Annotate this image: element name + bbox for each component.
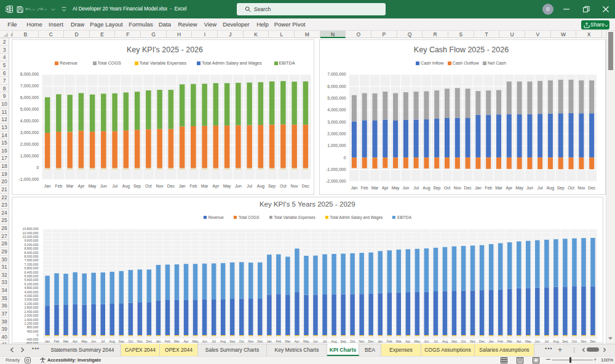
svg-text:10,400,000: 10,400,000 bbox=[23, 231, 39, 235]
svg-text:Jan: Jan bbox=[351, 186, 357, 190]
svg-text:Feb: Feb bbox=[55, 184, 63, 188]
svg-text:Jun: Jun bbox=[424, 339, 429, 343]
svg-text:Jun: Jun bbox=[402, 186, 409, 190]
svg-text:May: May bbox=[515, 186, 523, 191]
svg-text:Jan: Jan bbox=[488, 339, 493, 343]
svg-text:Jan: Jan bbox=[156, 339, 161, 343]
svg-text:Nov: Nov bbox=[454, 186, 462, 190]
svg-text:6,000,000: 6,000,000 bbox=[24, 274, 38, 278]
svg-text:8,000,000: 8,000,000 bbox=[24, 255, 38, 258]
svg-text:Apr: Apr bbox=[183, 339, 188, 343]
svg-text:Mar: Mar bbox=[495, 186, 502, 190]
svg-text:Sep: Sep bbox=[557, 186, 565, 191]
svg-text:Apr: Apr bbox=[213, 184, 220, 189]
svg-text:2,000,000: 2,000,000 bbox=[20, 142, 39, 146]
svg-text:8,000,000: 8,000,000 bbox=[20, 72, 39, 76]
svg-text:0: 0 bbox=[36, 165, 39, 170]
svg-text:Jun: Jun bbox=[235, 184, 242, 188]
svg-text:Nov: Nov bbox=[359, 339, 365, 343]
svg-text:Aug: Aug bbox=[331, 339, 336, 343]
svg-text:-2,000,000: -2,000,000 bbox=[326, 179, 346, 183]
svg-text:9,200,000: 9,200,000 bbox=[24, 243, 38, 247]
svg-text:Jul: Jul bbox=[112, 184, 117, 188]
svg-text:Jul: Jul bbox=[413, 186, 419, 190]
svg-text:May: May bbox=[525, 339, 531, 343]
svg-text:Oct: Oct bbox=[444, 186, 451, 190]
svg-text:5,000,000: 5,000,000 bbox=[20, 107, 39, 111]
svg-text:Dec: Dec bbox=[368, 339, 375, 343]
svg-text:4,400,000: 4,400,000 bbox=[24, 290, 38, 294]
svg-text:Sep: Sep bbox=[229, 339, 235, 343]
svg-text:8,400,000: 8,400,000 bbox=[24, 251, 38, 255]
svg-text:Jul: Jul bbox=[434, 339, 438, 343]
svg-text:Apr: Apr bbox=[295, 339, 300, 343]
svg-text:Jun: Jun bbox=[91, 339, 96, 343]
svg-text:Mar: Mar bbox=[285, 339, 290, 343]
svg-text:Apr: Apr bbox=[78, 184, 85, 189]
svg-text:Feb: Feb bbox=[190, 184, 197, 188]
svg-text:1,200,000: 1,200,000 bbox=[24, 322, 38, 325]
svg-text:Apr: Apr bbox=[73, 339, 77, 343]
svg-text:Oct: Oct bbox=[239, 339, 245, 343]
svg-text:Sep: Sep bbox=[433, 186, 440, 191]
svg-text:May: May bbox=[303, 339, 309, 343]
svg-text:4,000,000: 4,000,000 bbox=[327, 108, 346, 112]
svg-text:May: May bbox=[81, 339, 87, 343]
svg-text:Jan: Jan bbox=[267, 339, 272, 343]
svg-text:Apr: Apr bbox=[405, 339, 410, 343]
svg-text:Nov: Nov bbox=[156, 184, 164, 188]
svg-text:Mar: Mar bbox=[507, 339, 512, 343]
svg-text:6,000,000: 6,000,000 bbox=[327, 84, 346, 89]
svg-text:Dec: Dec bbox=[257, 339, 263, 343]
svg-text:May: May bbox=[392, 186, 400, 191]
svg-text:Jun: Jun bbox=[100, 184, 107, 188]
svg-text:Sep: Sep bbox=[340, 339, 346, 343]
svg-text:1,600,000: 1,600,000 bbox=[24, 318, 38, 322]
svg-text:Oct: Oct bbox=[572, 339, 577, 343]
svg-text:6,400,000: 6,400,000 bbox=[24, 271, 38, 274]
svg-text:Nov: Nov bbox=[248, 339, 254, 343]
svg-text:7,000,000: 7,000,000 bbox=[20, 84, 39, 88]
svg-text:Sep: Sep bbox=[562, 339, 568, 343]
svg-text:10,800,000: 10,800,000 bbox=[23, 227, 39, 231]
svg-text:3,000,000: 3,000,000 bbox=[327, 120, 346, 124]
svg-text:800,000: 800,000 bbox=[27, 325, 39, 329]
svg-text:Jun: Jun bbox=[313, 339, 318, 343]
svg-text:6,000,000: 6,000,000 bbox=[20, 95, 39, 100]
svg-text:-400,000: -400,000 bbox=[26, 338, 39, 341]
svg-text:Oct: Oct bbox=[145, 184, 152, 188]
svg-text:3,600,000: 3,600,000 bbox=[24, 298, 38, 301]
svg-text:0: 0 bbox=[37, 333, 39, 337]
svg-text:Sep: Sep bbox=[451, 339, 457, 343]
svg-text:Mar: Mar bbox=[63, 339, 69, 343]
svg-text:Apr: Apr bbox=[517, 339, 522, 343]
svg-text:Feb: Feb bbox=[54, 339, 60, 343]
svg-text:Jan: Jan bbox=[378, 339, 383, 343]
svg-text:-1,000,000: -1,000,000 bbox=[18, 177, 39, 181]
svg-text:Jul: Jul bbox=[101, 339, 105, 343]
svg-text:Oct: Oct bbox=[350, 339, 355, 343]
svg-text:May: May bbox=[89, 184, 97, 189]
svg-text:Feb: Feb bbox=[276, 339, 281, 343]
svg-text:Dec: Dec bbox=[590, 339, 596, 343]
svg-text:4,000,000: 4,000,000 bbox=[24, 294, 38, 298]
svg-text:Nov: Nov bbox=[137, 339, 143, 343]
svg-text:May: May bbox=[223, 184, 231, 189]
svg-text:1,000,000: 1,000,000 bbox=[20, 154, 39, 158]
svg-text:Mar: Mar bbox=[66, 184, 74, 188]
svg-text:Jan: Jan bbox=[179, 184, 186, 188]
svg-text:Jun: Jun bbox=[535, 339, 540, 343]
svg-text:May: May bbox=[414, 339, 420, 343]
svg-text:Sep: Sep bbox=[119, 339, 124, 343]
svg-text:Oct: Oct bbox=[280, 184, 287, 188]
svg-text:Nov: Nov bbox=[581, 339, 587, 343]
svg-text:Mar: Mar bbox=[174, 339, 180, 343]
svg-text:Aug: Aug bbox=[220, 339, 226, 343]
svg-text:2,800,000: 2,800,000 bbox=[24, 306, 38, 309]
svg-text:Mar: Mar bbox=[396, 339, 402, 343]
svg-text:7,000,000: 7,000,000 bbox=[327, 72, 346, 76]
svg-text:-1,000,000: -1,000,000 bbox=[326, 167, 346, 172]
svg-text:May: May bbox=[192, 339, 199, 343]
svg-text:Aug: Aug bbox=[122, 184, 130, 189]
svg-text:Dec: Dec bbox=[464, 186, 472, 190]
